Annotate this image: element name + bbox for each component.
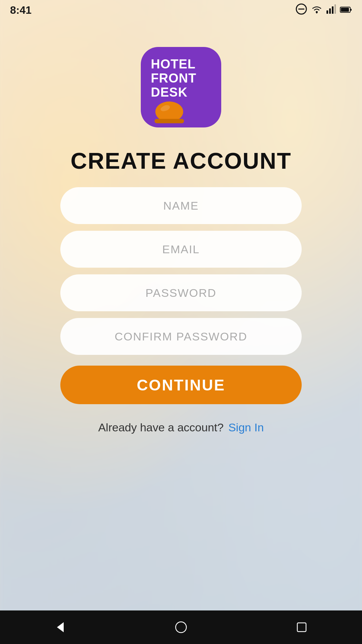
signin-row: Already have a account? Sign In: [98, 421, 264, 434]
svg-marker-14: [57, 622, 64, 632]
svg-rect-8: [341, 8, 349, 12]
status-bar: 8:41: [0, 0, 362, 20]
sign-in-link[interactable]: Sign In: [228, 421, 264, 434]
main-content: HOTEL FRONT DESK CREATE ACCOUNT CONTINUE…: [0, 20, 362, 434]
wifi-icon: [311, 4, 322, 16]
page-title: CREATE ACCOUNT: [71, 148, 292, 174]
back-button[interactable]: [47, 614, 74, 641]
password-input[interactable]: [60, 274, 302, 311]
svg-rect-12: [155, 119, 184, 123]
status-time: 8:41: [10, 4, 32, 16]
svg-rect-5: [332, 6, 334, 14]
svg-rect-6: [335, 4, 336, 14]
svg-rect-11: [167, 102, 172, 105]
svg-rect-4: [329, 8, 331, 14]
logo-text: HOTEL FRONT DESK: [151, 57, 196, 99]
dnd-icon: [296, 3, 307, 17]
recents-button[interactable]: [288, 614, 315, 641]
bell-icon: [151, 100, 188, 126]
home-button[interactable]: [168, 614, 194, 641]
bottom-nav-bar: [0, 610, 362, 644]
already-have-account-text: Already have a account?: [98, 421, 224, 434]
confirm-password-input[interactable]: [60, 318, 302, 355]
svg-point-15: [176, 622, 186, 633]
battery-icon: [340, 5, 352, 15]
svg-rect-3: [326, 10, 328, 14]
signal-icon: [326, 4, 336, 16]
continue-button[interactable]: CONTINUE: [60, 366, 302, 404]
app-logo: HOTEL FRONT DESK: [141, 47, 221, 127]
svg-rect-9: [351, 9, 352, 11]
status-icons: [296, 3, 352, 17]
form-container: CONTINUE: [60, 187, 302, 404]
svg-rect-16: [297, 623, 306, 632]
name-input[interactable]: [60, 187, 302, 224]
email-input[interactable]: [60, 231, 302, 268]
